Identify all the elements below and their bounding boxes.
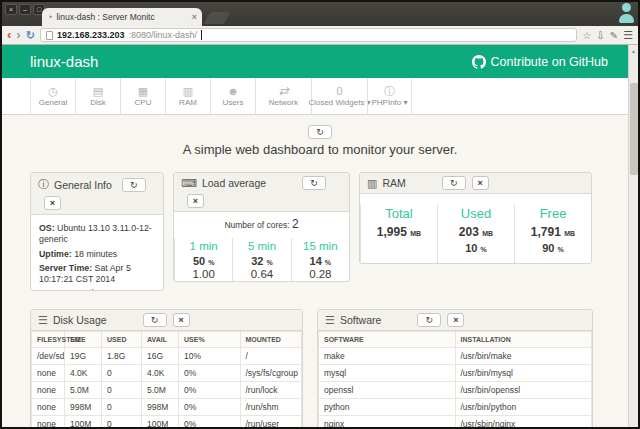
scrollbar-thumb[interactable] bbox=[630, 83, 638, 175]
cell-installation: /usr/bin/python bbox=[455, 399, 592, 416]
software-table-header-row: SOFTWAREINSTALLATION bbox=[319, 332, 592, 348]
page-icon bbox=[46, 31, 53, 40]
scrollbar[interactable]: ▴ bbox=[628, 45, 638, 427]
column-header: USE% bbox=[179, 332, 241, 348]
ram-column-label: Total bbox=[361, 206, 437, 221]
download-icon[interactable]: ⇩ bbox=[596, 30, 604, 41]
nav-item-disk[interactable]: ▤ Disk bbox=[75, 78, 120, 114]
cell-filesystem: /dev/sda1 bbox=[32, 348, 65, 365]
cores-label: Number of cores: bbox=[224, 220, 292, 230]
ram-percent: 10 % bbox=[438, 242, 514, 254]
browser-toolbar: ‹ › ↻ 192.168.233.203 :8080/linux-dash/ … bbox=[2, 26, 638, 45]
general-info-refresh-button[interactable]: ↻ bbox=[122, 178, 146, 192]
nav-item-users[interactable]: ☻ Users bbox=[210, 78, 255, 114]
software-table: SOFTWAREINSTALLATION make /usr/bin/make bbox=[318, 331, 592, 427]
forward-button[interactable]: › bbox=[16, 28, 20, 42]
nav-item-cpu[interactable]: ▦ CPU bbox=[120, 78, 165, 114]
load-average-refresh-button[interactable]: ↻ bbox=[302, 176, 326, 190]
brand-title: linux-dash bbox=[30, 53, 98, 70]
tab-favicon-icon: ◔ bbox=[47, 12, 52, 22]
column-header: FILESYSTEM bbox=[32, 332, 65, 348]
cell-mounted: /run/user bbox=[240, 416, 302, 428]
github-link[interactable]: Contribute on GitHub bbox=[472, 55, 608, 69]
table-row: none 998M 0 998M 0% /run/shm bbox=[32, 399, 302, 416]
load-percent: 14 % bbox=[292, 255, 349, 267]
nav-item-phpinfo[interactable]: ⓘ PHPInfo ▾ bbox=[367, 78, 412, 114]
nav-item-icon: 0 bbox=[336, 85, 342, 97]
load-average-close-button[interactable]: × bbox=[187, 194, 204, 208]
profile-avatar[interactable] bbox=[618, 3, 635, 23]
table-row: mysql /usr/bin/mysql bbox=[319, 365, 592, 382]
back-button[interactable]: ‹ bbox=[7, 28, 11, 42]
new-tab-button[interactable] bbox=[204, 12, 230, 24]
load-percent: 32 % bbox=[233, 255, 290, 267]
ram-column-label: Free bbox=[515, 206, 591, 221]
general-info-close-button[interactable]: × bbox=[44, 196, 61, 210]
nav-item-label: General bbox=[39, 98, 67, 107]
nav-item-network[interactable]: ⇄ Network bbox=[255, 78, 311, 114]
nav-item-label: CPU bbox=[135, 98, 152, 107]
reload-button[interactable]: ↻ bbox=[26, 29, 35, 42]
software-close-button[interactable]: × bbox=[447, 313, 464, 327]
nav-item-closed-widgets[interactable]: 0 Closed Widgets ▾ bbox=[311, 78, 367, 114]
avatar-head bbox=[622, 3, 631, 12]
software-refresh-button[interactable]: ↻ bbox=[417, 313, 441, 327]
edit-pen-icon[interactable]: ✎ bbox=[610, 30, 618, 41]
page-viewport: ▴ linux-dash Contribute on GitHub ◷ Gene… bbox=[2, 45, 638, 427]
table-row: python /usr/bin/python bbox=[319, 399, 592, 416]
disk-usage-close-button[interactable]: × bbox=[173, 313, 190, 327]
bookmark-star-icon[interactable]: ☆ bbox=[582, 30, 591, 41]
column-header: MOUNTED bbox=[240, 332, 302, 348]
load-period-label: 5 min bbox=[233, 240, 290, 252]
refresh-all-button[interactable]: ↻ bbox=[308, 125, 332, 139]
software-header: ☰ Software ↻ × bbox=[318, 310, 592, 331]
column-header: USED bbox=[102, 332, 142, 348]
widget-software: ☰ Software ↻ × SOFTWAREINSTALLATION bbox=[317, 309, 593, 427]
menu-icon[interactable]: ☰ bbox=[623, 29, 633, 42]
cell-use-pct: 0% bbox=[179, 416, 241, 428]
nav-item-icon: ◷ bbox=[48, 85, 58, 97]
ram-column: Total 1,995 MB bbox=[360, 204, 437, 264]
browser-window: × – □ ◔ linux-dash : Server Monitc × ‹ ›… bbox=[0, 0, 640, 429]
load-value: 0.28 bbox=[292, 268, 349, 280]
nav-item-ram[interactable]: ▥ RAM bbox=[165, 78, 210, 114]
nav-item-icon: ⇄ bbox=[278, 85, 288, 97]
load-period-label: 1 min bbox=[175, 240, 232, 252]
load-average-header: ⌨ Load average ↻ × bbox=[174, 173, 349, 212]
tab-close-icon[interactable]: × bbox=[192, 12, 197, 22]
window-close-button[interactable]: × bbox=[5, 4, 17, 15]
ram-close-button[interactable]: × bbox=[472, 176, 489, 190]
widget-load-average: ⌨ Load average ↻ × Number of cores: 2 1 … bbox=[173, 172, 350, 282]
scroll-up-arrow-icon[interactable]: ▴ bbox=[629, 45, 638, 54]
nav-item-general[interactable]: ◷ General bbox=[30, 78, 75, 114]
general-info-header: ⓘ General Info ↻ × bbox=[31, 173, 163, 215]
dashboard-content: ↻ A simple web dashboard to monitor your… bbox=[2, 115, 638, 427]
cell-mounted: / bbox=[240, 348, 302, 365]
window-minimize-button[interactable]: – bbox=[19, 4, 31, 15]
widget-disk-usage: ☰ Disk Usage ↻ × FILESYSTEMSIZEUSEDAVAIL… bbox=[30, 309, 303, 427]
cores-count: 2 bbox=[292, 217, 299, 231]
disk-usage-title: Disk Usage bbox=[53, 314, 107, 326]
cell-size: 998M bbox=[65, 399, 102, 416]
ram-column: Used 203 MB 10 % bbox=[437, 204, 514, 264]
table-row: make /usr/bin/make bbox=[319, 348, 592, 365]
disk-usage-refresh-button[interactable]: ↻ bbox=[143, 313, 167, 327]
ram-amount: 1,995 MB bbox=[361, 225, 437, 239]
cell-avail: 5.0M bbox=[142, 382, 179, 399]
load-percent: 50 % bbox=[175, 255, 232, 267]
window-controls: × – □ bbox=[5, 4, 45, 15]
cell-size: 100M bbox=[65, 416, 102, 428]
nav-item-label: RAM bbox=[179, 98, 197, 107]
browser-tab[interactable]: ◔ linux-dash : Server Monitc × bbox=[42, 8, 202, 26]
nav-item-label: PHPInfo ▾ bbox=[371, 98, 407, 107]
nav-item-label: Closed Widgets ▾ bbox=[308, 98, 370, 107]
column-header: INSTALLATION bbox=[455, 332, 592, 348]
cell-mounted: /run/lock bbox=[240, 382, 302, 399]
load-average-columns: 1 min 50 % 1.00 5 min 32 % 0.64 bbox=[174, 238, 349, 282]
field-value: Ubuntu 13.10 3.11.0-12-generic bbox=[39, 223, 152, 244]
ram-refresh-button[interactable]: ↻ bbox=[442, 176, 466, 190]
cell-use-pct: 0% bbox=[179, 399, 241, 416]
nav-item-icon: ▥ bbox=[183, 85, 193, 97]
url-bar[interactable]: 192.168.233.203 :8080/linux-dash/ bbox=[40, 28, 577, 42]
cell-use-pct: 0% bbox=[179, 382, 241, 399]
